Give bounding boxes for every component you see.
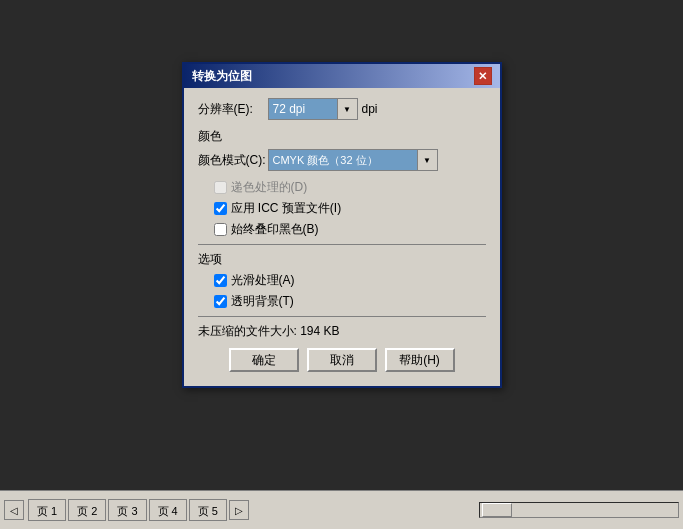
status-bar-left: ◁ 页 1 页 2 页 3 页 4 页 5 ▷ xyxy=(0,499,253,521)
smooth-label: 光滑处理(A) xyxy=(231,272,295,289)
buttons-row: 确定 取消 帮助(H) xyxy=(198,348,486,376)
black-row: 始终叠印黑色(B) xyxy=(198,221,486,238)
convert-to-bitmap-dialog: 转换为位图 ✕ 分辨率(E): 72 dpi ▼ dpi 颜色 颜色模式(C):… xyxy=(182,62,502,388)
icc-label: 应用 ICC 预置文件(I) xyxy=(231,200,342,217)
dither-label: 递色处理的(D) xyxy=(231,179,308,196)
icc-row: 应用 ICC 预置文件(I) xyxy=(198,200,486,217)
dither-checkbox[interactable] xyxy=(214,181,227,194)
color-mode-value[interactable]: CMYK 颜色（32 位） xyxy=(269,150,417,170)
resolution-value[interactable]: 72 dpi xyxy=(269,99,337,119)
status-bar: ◁ 页 1 页 2 页 3 页 4 页 5 ▷ xyxy=(0,490,683,529)
color-mode-select-wrapper[interactable]: CMYK 颜色（32 位） ▼ xyxy=(268,149,438,171)
page-tab-3[interactable]: 页 3 xyxy=(108,499,146,521)
resolution-row: 分辨率(E): 72 dpi ▼ dpi xyxy=(198,98,486,120)
color-section-header: 颜色 xyxy=(198,128,486,145)
resolution-select-wrapper[interactable]: 72 dpi ▼ xyxy=(268,98,358,120)
horizontal-scrollbar[interactable] xyxy=(479,502,679,518)
smooth-checkbox[interactable] xyxy=(214,274,227,287)
page-tab-4[interactable]: 页 4 xyxy=(149,499,187,521)
dialog-overlay: 转换为位图 ✕ 分辨率(E): 72 dpi ▼ dpi 颜色 颜色模式(C):… xyxy=(0,0,683,490)
file-size-row: 未压缩的文件大小: 194 KB xyxy=(198,323,486,340)
ok-button[interactable]: 确定 xyxy=(229,348,299,372)
dialog-body: 分辨率(E): 72 dpi ▼ dpi 颜色 颜色模式(C): CMYK 颜色… xyxy=(184,88,500,386)
transparent-row: 透明背景(T) xyxy=(198,293,486,310)
help-button[interactable]: 帮助(H) xyxy=(385,348,455,372)
dialog-title-bar: 转换为位图 ✕ xyxy=(184,64,500,88)
page-tab-5[interactable]: 页 5 xyxy=(189,499,227,521)
transparent-checkbox[interactable] xyxy=(214,295,227,308)
page-tab-2[interactable]: 页 2 xyxy=(68,499,106,521)
dither-row: 递色处理的(D) xyxy=(198,179,486,196)
page-nav-right-icon[interactable]: ▷ xyxy=(229,500,249,520)
icc-checkbox[interactable] xyxy=(214,202,227,215)
color-mode-dropdown-arrow[interactable]: ▼ xyxy=(417,150,437,170)
resolution-label: 分辨率(E): xyxy=(198,101,268,118)
dialog-title: 转换为位图 xyxy=(192,68,252,85)
cancel-button[interactable]: 取消 xyxy=(307,348,377,372)
scrollbar-thumb[interactable] xyxy=(482,503,512,517)
page-tab-1[interactable]: 页 1 xyxy=(28,499,66,521)
page-nav-icon[interactable]: ◁ xyxy=(4,500,24,520)
smooth-row: 光滑处理(A) xyxy=(198,272,486,289)
color-mode-label: 颜色模式(C): xyxy=(198,152,268,169)
black-label: 始终叠印黑色(B) xyxy=(231,221,319,238)
transparent-label: 透明背景(T) xyxy=(231,293,294,310)
divider-1 xyxy=(198,244,486,245)
black-checkbox[interactable] xyxy=(214,223,227,236)
resolution-dropdown-arrow[interactable]: ▼ xyxy=(337,99,357,119)
close-button[interactable]: ✕ xyxy=(474,67,492,85)
color-mode-row: 颜色模式(C): CMYK 颜色（32 位） ▼ xyxy=(198,149,486,171)
resolution-unit: dpi xyxy=(362,102,378,116)
options-section-header: 选项 xyxy=(198,251,486,268)
divider-2 xyxy=(198,316,486,317)
